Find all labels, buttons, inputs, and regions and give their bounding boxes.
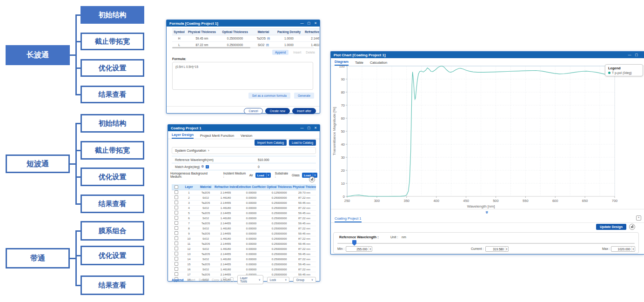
delete-layer-button[interactable]: Delete: [199, 278, 208, 282]
close-icon[interactable]: ✕: [314, 20, 317, 27]
row-checkbox[interactable]: [174, 211, 178, 215]
material-catalog-icon[interactable]: ▤: [267, 37, 270, 40]
close-icon[interactable]: ✕: [314, 125, 317, 131]
system-configuration-section[interactable]: System Configuration ›: [172, 147, 316, 154]
table-row[interactable]: 7Ta2O52.144550.000000.2500000059.45 nm: [172, 221, 316, 226]
wavelength-slider-track[interactable]: [337, 243, 635, 244]
table-row[interactable]: 3Ta2O52.144550.000000.2500000059.45 nm: [172, 201, 316, 206]
horizontal-scrollbar-track[interactable]: [172, 47, 314, 48]
minimize-icon[interactable]: —: [301, 20, 304, 27]
table-row[interactable]: 12SiO21.461800.000000.2500000087.22 nm: [172, 247, 316, 252]
coating-project-window: Coating Project 1 — ▢ ✕ Layer Design Pro…: [168, 124, 320, 282]
table-row[interactable]: 6SiO21.461800.000000.2500000087.22 nm: [172, 216, 316, 221]
min-input[interactable]: 255.000 ▴▾: [346, 246, 372, 252]
row-checkbox[interactable]: [174, 262, 178, 266]
tab-table[interactable]: Table: [355, 60, 363, 66]
table-row[interactable]: 9Ta2O52.144550.000000.2500000059.45 nm: [172, 231, 316, 236]
table-row[interactable]: 13Ta2O52.144550.000000.2500000059.45 nm: [172, 252, 316, 257]
gear-icon[interactable]: ⚙: [201, 165, 204, 168]
table-row[interactable]: 16SiO21.461800.000000.2500000087.22 nm: [172, 267, 316, 272]
insert-layer-button[interactable]: Insert: [187, 278, 195, 282]
dropdown-icon[interactable]: ∨: [313, 174, 317, 176]
move-up-button[interactable]: ▵: [223, 277, 227, 282]
tab-version[interactable]: Version: [241, 134, 252, 139]
tab-calculation[interactable]: Calculation: [370, 60, 387, 66]
coating-titlebar[interactable]: Coating Project 1 — ▢ ✕: [168, 125, 320, 131]
row-checkbox[interactable]: [174, 242, 178, 245]
formula-titlebar[interactable]: Formula [Coating Project 1] — ▢ ✕: [167, 20, 320, 27]
material-cell[interactable]: Ta2O5▤: [252, 35, 275, 41]
table-row[interactable]: H59.45 nm0.25000000Ta2O5▤1.00002.14455: [172, 35, 319, 42]
row-checkbox[interactable]: [174, 206, 178, 209]
table-row[interactable]: 2SiO21.461800.000000.2500000087.22 nm: [172, 195, 316, 201]
incident-load-button[interactable]: Load ∨: [255, 173, 271, 178]
plot-titlebar[interactable]: Plot Chart [Coating Project 1] — ▢: [331, 52, 644, 58]
lock-dropdown[interactable]: Lock ∨: [267, 277, 290, 283]
row-checkbox[interactable]: [174, 221, 178, 225]
maximize-icon[interactable]: ▢: [635, 52, 638, 58]
row-checkbox[interactable]: [174, 257, 178, 261]
row-checkbox[interactable]: [174, 236, 178, 240]
double-chevron-down-icon[interactable]: »: [484, 209, 490, 215]
row-checkbox[interactable]: [174, 190, 178, 194]
table-row[interactable]: 4SiO21.461800.000000.2500000087.22 nm: [172, 206, 316, 211]
row-checkbox[interactable]: [174, 226, 178, 230]
row-checkbox[interactable]: [174, 195, 178, 199]
material-catalog-icon[interactable]: ▤: [266, 43, 269, 47]
create-new-button[interactable]: Create new: [265, 108, 290, 114]
formula-input[interactable]: (0.5H L 0.5H)^15: [172, 62, 313, 90]
update-design-button[interactable]: Update Design: [596, 224, 626, 230]
row-checkbox[interactable]: [174, 252, 178, 255]
row-checkbox[interactable]: [174, 267, 178, 271]
move-down-button[interactable]: ▿: [230, 277, 234, 282]
tab-diagram[interactable]: Diagram: [335, 60, 349, 66]
minimize-icon[interactable]: —: [301, 125, 304, 131]
cancel-button[interactable]: Cancel: [244, 108, 262, 114]
expand-plus-icon[interactable]: +: [636, 215, 641, 221]
max-input[interactable]: 1020.000 ▴▾: [611, 246, 635, 252]
copy-layer-button[interactable]: Copy: [212, 278, 219, 282]
wavelength-slider-thumb[interactable]: [352, 240, 356, 246]
minimize-icon[interactable]: —: [628, 52, 631, 58]
insert-after-button[interactable]: Insert after: [292, 108, 316, 114]
load-to-catalog-button[interactable]: Load to Catalog: [289, 140, 316, 146]
table-row[interactable]: 10SiO21.461800.000000.2500000087.22 nm: [172, 236, 316, 242]
spinner-icon[interactable]: ▴▾: [369, 247, 372, 251]
append-row-button[interactable]: Append: [272, 50, 288, 55]
append-layer-button[interactable]: Append: [172, 278, 183, 282]
project-subtab[interactable]: Coating Project 1: [335, 216, 362, 222]
info-icon[interactable]: i: [206, 165, 209, 168]
table-row[interactable]: 15Ta2O52.144550.000000.2500000059.45 nm: [172, 262, 316, 267]
tab-project-merit-function[interactable]: Project Merit Function: [200, 134, 234, 139]
table-row[interactable]: 8SiO21.461800.000000.2500000087.22 nm: [172, 226, 316, 231]
table-row[interactable]: 5Ta2O52.144550.000000.2500000059.45 nm: [172, 211, 316, 216]
group-dropdown[interactable]: Group ∨: [293, 277, 316, 283]
axis-label: 600: [552, 199, 558, 203]
horizontal-scrollbar-thumb[interactable]: [172, 47, 250, 48]
row-checkbox[interactable]: [174, 231, 178, 235]
tab-layer-design[interactable]: Layer Design: [172, 133, 194, 139]
table-row[interactable]: 1Ta2O52.144550.000000.1250000029.73 nm: [172, 190, 316, 195]
spinner-icon[interactable]: ▴▾: [505, 247, 508, 251]
set-common-formula-button[interactable]: Set as a common formula: [248, 93, 290, 99]
layer-tools-dropdown[interactable]: Layer Tools ∨: [237, 275, 263, 284]
table-row[interactable]: 11Ta2O52.144550.000000.2500000059.45 nm: [172, 242, 316, 247]
chart-icon-button[interactable]: [309, 176, 315, 182]
current-input[interactable]: 319.580 ▴▾: [485, 246, 509, 252]
select-all-checkbox[interactable]: [174, 185, 178, 189]
chart-icon-button[interactable]: [629, 224, 635, 230]
reference-wavelength-value[interactable]: 510.000: [258, 158, 269, 161]
row-checkbox[interactable]: [174, 201, 178, 204]
match-angle-value[interactable]: 0: [258, 165, 260, 168]
spinner-icon[interactable]: ▴▾: [631, 247, 635, 251]
row-checkbox[interactable]: [174, 247, 178, 250]
insert-row-button[interactable]: Insert: [293, 51, 301, 54]
import-from-catalog-button[interactable]: Import from Catalog: [255, 140, 287, 146]
maximize-icon[interactable]: ▢: [308, 125, 311, 131]
table-row[interactable]: 14SiO21.461800.000000.2500000087.22 nm: [172, 257, 316, 262]
dropdown-icon[interactable]: ∨: [266, 174, 271, 176]
maximize-icon[interactable]: ▢: [308, 20, 311, 27]
generate-button[interactable]: Generate: [294, 93, 314, 99]
delete-row-button[interactable]: Delete: [306, 51, 315, 54]
row-checkbox[interactable]: [174, 216, 178, 220]
